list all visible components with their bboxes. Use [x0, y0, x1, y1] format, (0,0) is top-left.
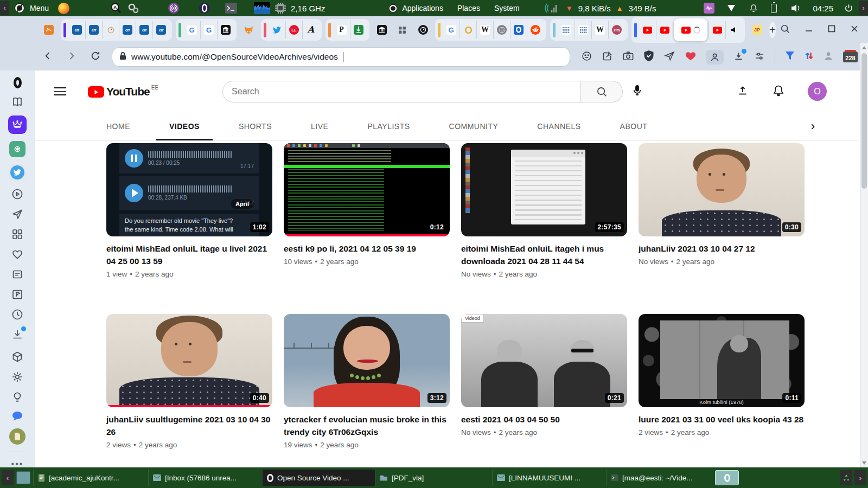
video-title[interactable]: ytcracker f evolucian music broke in thi…	[284, 413, 450, 438]
address-bar[interactable]: www.youtube.com/@OpenSourceVideoArchives…	[112, 47, 570, 67]
account-avatar[interactable]: O	[808, 82, 827, 101]
taskbar-window-button[interactable]: [Inbox (57686 unrea...	[148, 470, 262, 486]
applications-menu[interactable]: Applications	[402, 4, 443, 13]
browser-tab[interactable]: err	[152, 21, 169, 39]
browser-tab[interactable]	[459, 21, 476, 39]
opera-launcher-button[interactable]	[715, 470, 739, 485]
sidebar-heart-icon[interactable]	[11, 248, 24, 261]
sidebar-grid-icon[interactable]	[11, 228, 24, 241]
network-signal-icon[interactable]	[544, 3, 560, 14]
battery-icon[interactable]	[771, 4, 777, 13]
video-card[interactable]: 0:11 Kolm tubliini (1978) luure 2021 03 …	[639, 314, 805, 467]
url-text[interactable]: www.youtube.com/@OpenSourceVideoArchives…	[131, 52, 338, 62]
video-thumbnail[interactable]: 0:21 Videod	[461, 314, 627, 407]
search-button[interactable]	[580, 81, 623, 102]
tab-group-color-bar[interactable]	[634, 23, 637, 37]
video-card[interactable]: 3:12 ytcracker f evolucian music broke i…	[284, 314, 450, 467]
ext-vpn-icon[interactable]	[784, 50, 795, 63]
send-to-device-icon[interactable]	[663, 50, 675, 64]
tab-group-color-bar[interactable]	[438, 23, 441, 37]
notification-bell-icon[interactable]	[749, 3, 758, 13]
upload-button[interactable]	[736, 84, 749, 99]
tab-group-color-bar[interactable]	[264, 23, 266, 37]
browser-tab[interactable]	[510, 21, 527, 39]
sidebar-crown-icon[interactable]	[8, 115, 27, 134]
active-tab[interactable]	[674, 18, 707, 41]
video-title[interactable]: eitoimi MishEad onluiL itageh i mus down…	[461, 242, 627, 267]
browser-tab[interactable]	[102, 21, 119, 39]
video-title[interactable]: luure 2021 03 31 00 veel üks koopia 43 2…	[639, 413, 805, 426]
downloads-button[interactable]	[733, 50, 744, 64]
tab-search-icon[interactable]	[780, 23, 790, 36]
applications-menu-icon[interactable]	[388, 4, 398, 13]
panel-collapse-arrow[interactable]: ‹	[0, 1, 9, 15]
browser-tab[interactable]	[394, 21, 411, 39]
sidebar-chat-bubble-icon[interactable]	[11, 410, 23, 421]
ext-person-icon[interactable]	[823, 50, 834, 63]
tab-group-color-bar[interactable]	[328, 23, 331, 37]
video-thumbnail[interactable]: 3:12	[284, 314, 450, 407]
browser-tab[interactable]: G	[183, 21, 200, 39]
video-thumbnail[interactable]: 0:30	[639, 143, 805, 236]
show-desktop-button[interactable]	[16, 471, 30, 484]
ext-updown-icon[interactable]	[805, 50, 814, 63]
video-thumbnail[interactable]: 0:12	[284, 143, 450, 236]
indicator-icon[interactable]	[727, 5, 735, 11]
browser-tab[interactable]: err	[136, 21, 152, 39]
browser-tab[interactable]: P	[333, 21, 350, 39]
sidebar-twitter-side-icon[interactable]	[9, 164, 25, 181]
browser-tab[interactable]: W	[476, 21, 493, 39]
channel-tab-shorts[interactable]: SHORTS	[219, 112, 291, 140]
taskbar-window-button[interactable]: [maa@eesti: ~/Vide...	[606, 470, 709, 486]
scrollbar-down-arrow[interactable]	[862, 461, 866, 465]
channel-tab-live[interactable]: LIVE	[291, 112, 348, 140]
video-title[interactable]: eitoimi MishEad onluiL itage u livel 202…	[106, 242, 272, 267]
browser-tab[interactable]	[656, 21, 673, 39]
reload-button[interactable]	[90, 50, 101, 63]
tab-group-color-bar[interactable]	[178, 23, 181, 37]
browser-tab[interactable]: EE	[285, 21, 302, 39]
video-title[interactable]: juhanLiiv suultlugemine 2021 03 10 04 30…	[106, 413, 272, 438]
memory-chip-icon[interactable]	[275, 3, 286, 14]
cpu-graph-icon[interactable]	[254, 2, 270, 14]
minimize-button[interactable]	[805, 24, 813, 35]
taskbar-expand-arrow[interactable]: ›	[854, 470, 866, 485]
channel-tab-community[interactable]: COMMUNITY	[430, 112, 518, 140]
back-button[interactable]	[42, 50, 53, 63]
opera-panel-icon[interactable]	[199, 2, 210, 14]
system-menu[interactable]: System	[494, 4, 520, 13]
browser-tab[interactable]	[269, 21, 285, 39]
browser-tab[interactable]: err	[119, 21, 136, 39]
channel-tab-channels[interactable]: CHANNELS	[518, 112, 600, 140]
taskbar-window-button[interactable]: [PDF_vla]	[375, 470, 446, 486]
sidebar-lightbulb-icon[interactable]	[11, 390, 24, 403]
taskbar-window-button[interactable]: [LINNAMUUSEUMI ...	[492, 470, 606, 486]
account-button[interactable]	[706, 50, 724, 65]
sidebar-pinboard-icon[interactable]	[11, 288, 24, 301]
browser-tab[interactable]	[527, 21, 544, 39]
scrollbar-up-arrow[interactable]	[862, 46, 866, 49]
audio-mixer-icon[interactable]	[704, 3, 714, 14]
video-card[interactable]: 2:57:35 eitoimi MishEad onluiL itageh i …	[461, 143, 627, 314]
video-card[interactable]: 0:40 juhanLiiv suultlugemine 2021 03 10 …	[106, 314, 272, 467]
browser-tab[interactable]	[40, 21, 57, 39]
notifications-bell-button[interactable]	[772, 84, 785, 99]
guide-hamburger-button[interactable]	[54, 87, 66, 95]
video-card[interactable]: 0:30 juhanLiiv 2021 03 10 04 27 12 No vi…	[639, 143, 805, 314]
sidebar-download-badge-icon[interactable]	[11, 328, 24, 343]
sidebar-gear-icon[interactable]	[11, 370, 24, 383]
places-menu[interactable]: Places	[457, 4, 480, 13]
browser-tab[interactable]	[373, 21, 390, 39]
taskbar-collapse-arrow[interactable]: ‹	[2, 470, 14, 485]
tabs-overflow-chevron[interactable]: ›	[811, 112, 815, 140]
browser-tab[interactable]	[217, 21, 234, 39]
browser-tab[interactable]	[709, 21, 725, 39]
browser-tab[interactable]	[240, 21, 257, 39]
tab-group-color-bar[interactable]	[63, 23, 66, 37]
distro-menu-icon[interactable]	[14, 3, 25, 14]
sidebar-play-circle-icon[interactable]	[11, 188, 24, 201]
browser-tab[interactable]: W	[591, 21, 608, 39]
channel-tab-playlists[interactable]: PLAYLISTS	[348, 112, 429, 140]
video-title[interactable]: eesti k9 po li, 2021 04 12 05 39 19	[284, 242, 450, 255]
firefox-icon[interactable]	[58, 3, 69, 14]
